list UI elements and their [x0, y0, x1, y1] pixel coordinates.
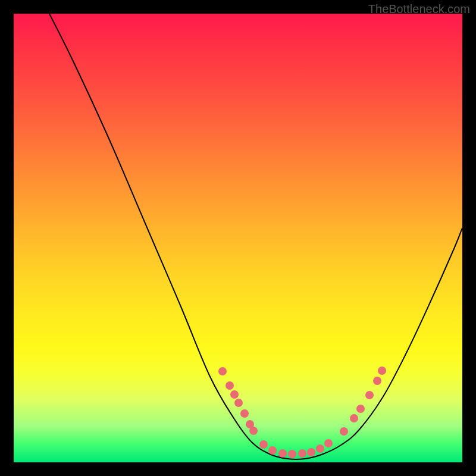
data-marker: [365, 391, 374, 399]
data-marker: [340, 427, 348, 436]
chart-svg: [14, 14, 462, 462]
watermark-text: TheBottleneck.com: [368, 2, 470, 16]
plot-area: [14, 14, 462, 462]
chart-container: TheBottleneck.com: [0, 0, 476, 476]
data-marker: [356, 405, 365, 413]
data-marker: [378, 367, 386, 375]
data-marker: [298, 449, 306, 458]
data-marker: [234, 399, 243, 407]
data-marker: [373, 377, 381, 385]
data-marker: [240, 409, 249, 418]
data-marker: [268, 446, 277, 455]
data-marker: [350, 414, 358, 422]
data-marker: [278, 449, 287, 458]
data-marker: [218, 367, 227, 375]
data-markers: [218, 367, 386, 458]
data-marker: [226, 381, 234, 390]
data-marker: [316, 444, 324, 453]
data-marker: [288, 450, 296, 458]
data-marker: [230, 390, 239, 399]
data-marker: [307, 448, 315, 456]
data-marker: [259, 440, 268, 449]
bottleneck-curve: [49, 14, 462, 459]
data-marker: [324, 439, 333, 447]
data-marker: [249, 427, 258, 435]
